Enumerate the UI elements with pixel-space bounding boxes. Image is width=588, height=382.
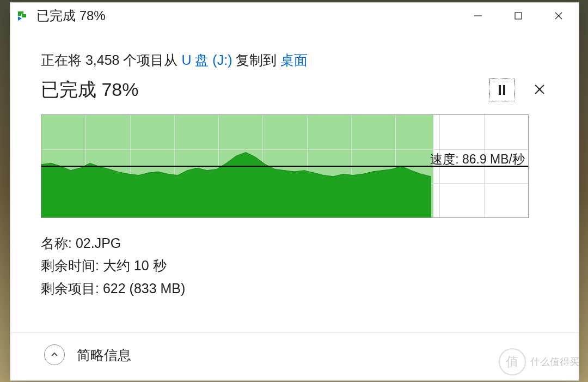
source-link[interactable]: U 盘 (J:) (181, 52, 232, 68)
window-controls (458, 3, 579, 29)
speed-label: 速度: 86.9 MB/秒 (430, 151, 525, 168)
minimize-button[interactable] (458, 3, 498, 29)
detail-items-row: 剩余项目: 622 (833 MB) (41, 277, 549, 300)
transfer-details: 名称: 02.JPG 剩余时间: 大约 10 秒 剩余项目: 622 (833 … (41, 232, 549, 300)
svg-rect-1 (515, 13, 522, 19)
detail-name-row: 名称: 02.JPG (41, 232, 549, 254)
detail-name-value: 02.JPG (76, 235, 121, 251)
cancel-icon (533, 83, 546, 96)
copy-progress-icon (18, 11, 29, 20)
collapse-details-button[interactable] (44, 344, 65, 365)
progress-row: 已完成 78% (41, 77, 549, 102)
dialog-footer: 简略信息 (10, 332, 579, 380)
watermark-icon: 值 (499, 348, 526, 375)
pause-icon (499, 85, 501, 95)
close-icon (554, 11, 564, 21)
speed-chart: 速度: 86.9 MB/秒 (41, 114, 529, 218)
dialog-body: 正在将 3,458 个项目从 U 盘 (J:) 复制到 桌面 已完成 78% 速… (10, 29, 579, 300)
file-copy-dialog: 已完成 78% 正在将 3,458 个项目从 U 盘 (J:) 复制到 桌面 已… (10, 2, 579, 381)
detail-time-value: 大约 10 秒 (103, 258, 167, 273)
watermark-text: 什么值得买 (530, 355, 579, 368)
copy-mid1: 个项目从 (120, 52, 182, 68)
copy-item-count: 3,458 (85, 52, 120, 68)
cancel-button[interactable] (530, 79, 549, 101)
window-title: 已完成 78% (36, 3, 106, 29)
pause-icon (503, 85, 505, 95)
titlebar: 已完成 78% (10, 3, 579, 29)
copy-prefix: 正在将 (41, 52, 85, 68)
close-window-button[interactable] (538, 3, 579, 29)
minimize-icon (473, 11, 483, 21)
copy-mid2: 复制到 (232, 52, 280, 68)
pause-button[interactable] (489, 78, 514, 101)
detail-items-value: 622 (833 MB) (103, 281, 185, 296)
detail-items-label: 剩余项目: (41, 281, 103, 296)
progress-text: 已完成 78% (41, 77, 139, 102)
watermark: 值 什么值得买 (499, 348, 579, 375)
copy-description: 正在将 3,458 个项目从 U 盘 (J:) 复制到 桌面 (41, 51, 549, 70)
maximize-button[interactable] (498, 3, 538, 29)
chevron-up-icon (50, 350, 59, 359)
detail-time-row: 剩余时间: 大约 10 秒 (41, 254, 549, 277)
detail-time-label: 剩余时间: (41, 258, 103, 273)
destination-link[interactable]: 桌面 (280, 52, 308, 68)
maximize-icon (513, 11, 523, 21)
detail-name-label: 名称: (41, 235, 76, 251)
collapse-details-label[interactable]: 简略信息 (77, 346, 131, 364)
